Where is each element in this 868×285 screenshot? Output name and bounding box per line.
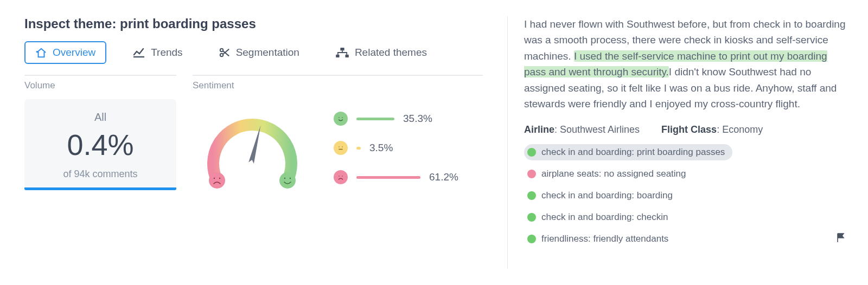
sentiment-legend: 35.3% 3.5% 61.2% bbox=[334, 112, 467, 184]
tab-segmentation[interactable]: Segmentation bbox=[209, 42, 309, 63]
svg-rect-2 bbox=[340, 48, 344, 50]
scissors-icon bbox=[219, 47, 231, 58]
sentiment-section: Sentiment bbox=[193, 75, 483, 197]
sentiment-dot-icon bbox=[527, 148, 536, 157]
svg-point-6 bbox=[209, 172, 225, 189]
review-meta: Airline: Southwest Airlines Flight Class… bbox=[524, 124, 846, 135]
svg-point-10 bbox=[284, 178, 285, 179]
legend-value-neutral: 3.5% bbox=[369, 142, 407, 154]
theme-tag-label: check in and boarding: print boarding pa… bbox=[541, 147, 725, 158]
tab-overview[interactable]: Overview bbox=[24, 41, 106, 64]
svg-point-13 bbox=[342, 117, 343, 118]
volume-value: 0.4% bbox=[34, 129, 167, 161]
sentiment-dot-icon bbox=[527, 170, 536, 178]
svg-rect-3 bbox=[336, 55, 339, 57]
svg-point-11 bbox=[290, 178, 291, 179]
meta-flight-class: Flight Class: Economy bbox=[661, 124, 763, 135]
tab-trends[interactable]: Trends bbox=[123, 42, 192, 63]
volume-scope: All bbox=[34, 111, 167, 124]
section-label-volume: Volume bbox=[24, 80, 176, 91]
legend-value-positive: 35.3% bbox=[403, 113, 441, 125]
meta-airline: Airline: Southwest Airlines bbox=[524, 124, 640, 135]
tab-bar: Overview Trends Segmentation bbox=[24, 41, 483, 64]
sentiment-dot-icon bbox=[527, 213, 536, 222]
tab-label: Overview bbox=[53, 47, 95, 59]
legend-bar-positive bbox=[356, 118, 394, 120]
theme-tag[interactable]: check in and boarding: print boarding pa… bbox=[524, 144, 732, 160]
svg-point-7 bbox=[214, 178, 215, 179]
face-positive-icon bbox=[334, 112, 348, 126]
legend-bar-negative bbox=[356, 176, 420, 179]
theme-tag-label: airplane seats: no assigned seating bbox=[541, 169, 686, 179]
svg-point-9 bbox=[279, 172, 296, 189]
svg-point-12 bbox=[339, 117, 340, 118]
theme-tag[interactable]: check in and boarding: boarding bbox=[524, 187, 680, 204]
svg-point-14 bbox=[339, 146, 340, 147]
review-panel: I had never flown with Southwest before,… bbox=[508, 0, 868, 285]
home-icon bbox=[35, 47, 47, 58]
theme-tag-label: check in and boarding: boarding bbox=[541, 190, 673, 201]
section-label-sentiment: Sentiment bbox=[193, 80, 483, 91]
page-title: Inspect theme: print boarding passes bbox=[24, 16, 483, 31]
volume-subtitle: of 94k comments bbox=[34, 169, 167, 180]
flag-icon[interactable] bbox=[835, 232, 846, 245]
theme-tag[interactable]: airplane seats: no assigned seating bbox=[524, 166, 694, 182]
svg-point-15 bbox=[342, 146, 343, 147]
volume-card[interactable]: All 0.4% of 94k comments bbox=[24, 99, 176, 189]
theme-tag-label: check in and boarding: checkin bbox=[541, 212, 668, 223]
theme-tag[interactable]: friendliness: friendly attendants bbox=[524, 231, 676, 247]
legend-bar-neutral bbox=[356, 147, 361, 150]
legend-value-negative: 61.2% bbox=[429, 171, 467, 183]
inspect-theme-panel: Inspect theme: print boarding passes Ove… bbox=[0, 0, 507, 285]
tab-label: Trends bbox=[151, 47, 182, 59]
legend-row-positive: 35.3% bbox=[334, 112, 467, 126]
volume-card-accent bbox=[24, 187, 176, 190]
theme-tag-list: check in and boarding: print boarding pa… bbox=[524, 144, 846, 247]
svg-point-8 bbox=[219, 178, 220, 179]
sentiment-dot-icon bbox=[527, 235, 536, 243]
legend-row-negative: 61.2% bbox=[334, 170, 467, 184]
chart-line-icon bbox=[132, 47, 145, 58]
face-negative-icon bbox=[334, 170, 348, 184]
svg-point-16 bbox=[339, 176, 340, 177]
tab-related-themes[interactable]: Related themes bbox=[326, 42, 437, 63]
sentiment-dot-icon bbox=[527, 191, 536, 200]
review-text: I had never flown with Southwest before,… bbox=[524, 16, 846, 112]
sentiment-gauge bbox=[193, 99, 312, 197]
face-neutral-icon bbox=[334, 141, 348, 155]
theme-tag[interactable]: check in and boarding: checkin bbox=[524, 209, 675, 225]
volume-section: Volume All 0.4% of 94k comments bbox=[24, 75, 176, 197]
tab-label: Segmentation bbox=[236, 47, 299, 59]
svg-point-17 bbox=[342, 176, 343, 177]
diagram-icon bbox=[335, 47, 349, 58]
theme-tag-label: friendliness: friendly attendants bbox=[541, 234, 668, 244]
svg-rect-4 bbox=[345, 55, 348, 57]
legend-row-neutral: 3.5% bbox=[334, 141, 467, 155]
tab-label: Related themes bbox=[355, 47, 427, 59]
